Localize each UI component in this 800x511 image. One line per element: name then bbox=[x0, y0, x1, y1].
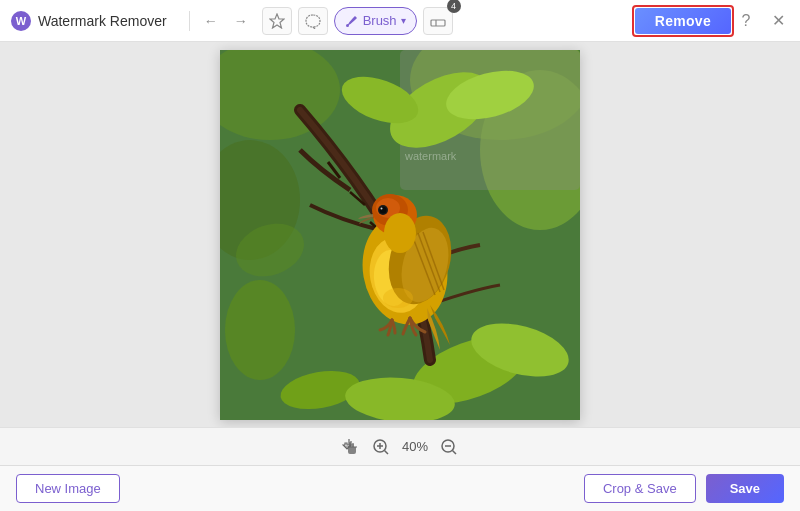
pan-icon bbox=[342, 438, 360, 456]
brush-label: Brush bbox=[363, 13, 397, 28]
pan-tool-button[interactable] bbox=[342, 438, 360, 456]
svg-point-36 bbox=[380, 206, 387, 213]
zoom-in-icon bbox=[372, 438, 390, 456]
svg-line-45 bbox=[384, 450, 388, 454]
svg-text:W: W bbox=[16, 15, 27, 27]
svg-point-4 bbox=[346, 24, 349, 27]
brush-tool-button[interactable]: Brush ▾ bbox=[334, 7, 417, 35]
svg-marker-2 bbox=[270, 14, 284, 28]
save-button[interactable]: Save bbox=[706, 474, 784, 503]
app-logo-icon: W bbox=[10, 10, 32, 32]
zoom-bar: 40% bbox=[0, 427, 800, 465]
svg-point-20 bbox=[225, 280, 295, 380]
zoom-in-button[interactable] bbox=[372, 438, 390, 456]
app-title: Watermark Remover bbox=[38, 13, 167, 29]
zoom-out-icon bbox=[440, 438, 458, 456]
brush-icon bbox=[345, 14, 359, 28]
notification-badge: 4 bbox=[447, 0, 461, 13]
close-button[interactable]: ✕ bbox=[766, 9, 790, 33]
footer: New Image Crop & Save Save bbox=[0, 465, 800, 511]
zoom-percent: 40% bbox=[402, 439, 428, 454]
svg-line-48 bbox=[453, 450, 457, 454]
bird-image: watermark bbox=[220, 50, 580, 420]
canvas-area: watermark bbox=[0, 42, 800, 427]
tool-buttons: Brush ▾ 4 bbox=[262, 7, 622, 35]
window-controls: ? ✕ bbox=[734, 9, 790, 33]
star-tool-button[interactable] bbox=[262, 7, 292, 35]
lasso-tool-button[interactable] bbox=[298, 7, 328, 35]
footer-right: Crop & Save Save bbox=[584, 474, 784, 503]
svg-text:watermark: watermark bbox=[404, 150, 457, 162]
eraser-icon bbox=[430, 13, 446, 29]
title-bar: W Watermark Remover ← → Brush bbox=[0, 0, 800, 42]
remove-button[interactable]: Remove bbox=[635, 8, 731, 34]
toolbar-nav: ← → bbox=[198, 8, 254, 34]
new-image-button[interactable]: New Image bbox=[16, 474, 120, 503]
eraser-badge-wrapper: 4 bbox=[423, 7, 453, 35]
forward-button[interactable]: → bbox=[228, 8, 254, 34]
brush-dropdown-icon: ▾ bbox=[401, 15, 406, 26]
zoom-out-button[interactable] bbox=[440, 438, 458, 456]
help-button[interactable]: ? bbox=[734, 9, 758, 33]
svg-point-39 bbox=[383, 288, 413, 308]
remove-button-wrapper: Remove bbox=[632, 5, 734, 37]
toolbar-divider bbox=[189, 11, 190, 31]
crop-save-button[interactable]: Crop & Save bbox=[584, 474, 696, 503]
svg-point-38 bbox=[384, 213, 416, 253]
back-button[interactable]: ← bbox=[198, 8, 224, 34]
svg-point-37 bbox=[381, 207, 383, 209]
image-container: watermark bbox=[220, 50, 580, 420]
svg-rect-5 bbox=[431, 20, 445, 26]
